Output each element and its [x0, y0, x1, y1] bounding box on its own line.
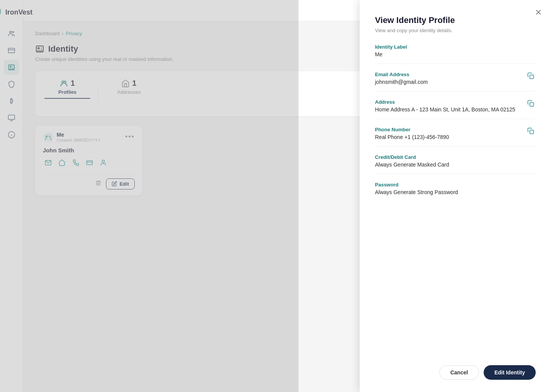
panel-subtitle: View and copy your identity details. [375, 28, 536, 33]
copy-address-button[interactable] [526, 99, 536, 109]
edit-identity-button[interactable]: Edit Identity [484, 365, 536, 380]
field-email: Email Address johnsmith@gmail.com [375, 72, 536, 91]
svg-rect-36 [530, 130, 534, 134]
overlay [0, 0, 298, 392]
cancel-button[interactable]: Cancel [439, 365, 479, 380]
field-password: Password Always Generate Strong Password [375, 182, 536, 201]
field-phone: Phone Number Real Phone +1 (123)-456-789… [375, 127, 536, 147]
side-panel: ✕ View Identity Profile View and copy yo… [360, 0, 551, 392]
copy-phone-button[interactable] [526, 127, 536, 137]
field-identity-label: Identity Label Me [375, 44, 536, 64]
svg-rect-34 [530, 75, 534, 79]
copy-email-button[interactable] [526, 72, 536, 82]
field-card: Credit/Debit Card Always Generate Masked… [375, 154, 536, 174]
panel-title: View Identity Profile [375, 15, 536, 25]
identity-fields: Identity Label Me Email Address johnsmit… [375, 44, 536, 209]
panel-footer: Cancel Edit Identity [375, 365, 536, 380]
svg-rect-35 [530, 103, 534, 106]
field-address: Address Home Address A - 123 Main St, Un… [375, 99, 536, 119]
panel-close-button[interactable]: ✕ [535, 8, 542, 18]
